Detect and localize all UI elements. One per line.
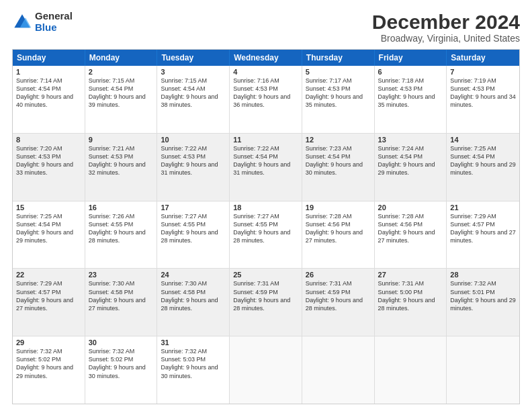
day-number: 12	[306, 136, 371, 144]
day-number: 30	[89, 338, 154, 347]
calendar-cell: 7Sunrise: 7:19 AM Sunset: 4:53 PM Daylig…	[447, 66, 519, 133]
calendar-cell: 3Sunrise: 7:15 AM Sunset: 4:54 AM Daylig…	[157, 66, 230, 133]
day-number: 10	[161, 136, 226, 144]
day-number: 27	[378, 271, 443, 279]
day-number: 5	[306, 68, 371, 76]
day-number: 1	[16, 68, 81, 76]
calendar-header-cell: Sunday	[13, 50, 85, 66]
calendar-cell: 11Sunrise: 7:22 AM Sunset: 4:54 PM Dayli…	[230, 134, 302, 201]
calendar-cell: 4Sunrise: 7:16 AM Sunset: 4:53 PM Daylig…	[230, 66, 302, 133]
day-number: 23	[89, 271, 154, 279]
cell-text: Sunrise: 7:25 AM Sunset: 4:54 PM Dayligh…	[450, 144, 516, 177]
calendar-cell: 28Sunrise: 7:32 AM Sunset: 5:01 PM Dayli…	[447, 269, 519, 336]
cell-text: Sunrise: 7:27 AM Sunset: 4:55 PM Dayligh…	[233, 212, 298, 245]
cell-text: Sunrise: 7:28 AM Sunset: 4:56 PM Dayligh…	[378, 212, 443, 245]
calendar-cell: 21Sunrise: 7:29 AM Sunset: 4:57 PM Dayli…	[447, 201, 519, 269]
day-number: 16	[89, 203, 154, 212]
cell-text: Sunrise: 7:23 AM Sunset: 4:54 PM Dayligh…	[306, 144, 371, 177]
cell-text: Sunrise: 7:21 AM Sunset: 4:53 PM Dayligh…	[89, 144, 154, 177]
calendar-body: 1Sunrise: 7:14 AM Sunset: 4:54 PM Daylig…	[13, 66, 519, 404]
calendar-cell: 12Sunrise: 7:23 AM Sunset: 4:54 PM Dayli…	[302, 134, 375, 201]
calendar-cell: 24Sunrise: 7:30 AM Sunset: 4:58 PM Dayli…	[157, 269, 230, 336]
calendar-cell	[375, 336, 447, 404]
calendar-row: 15Sunrise: 7:25 AM Sunset: 4:54 PM Dayli…	[13, 201, 519, 269]
calendar-cell: 25Sunrise: 7:31 AM Sunset: 4:59 PM Dayli…	[230, 269, 302, 336]
calendar-header-cell: Wednesday	[230, 50, 302, 66]
day-number: 8	[16, 136, 81, 144]
cell-text: Sunrise: 7:27 AM Sunset: 4:55 PM Dayligh…	[161, 212, 226, 245]
calendar-cell: 23Sunrise: 7:30 AM Sunset: 4:58 PM Dayli…	[85, 269, 158, 336]
calendar-cell: 13Sunrise: 7:24 AM Sunset: 4:54 PM Dayli…	[375, 134, 447, 201]
calendar-cell: 8Sunrise: 7:20 AM Sunset: 4:53 PM Daylig…	[13, 134, 85, 201]
logo: General Blue	[12, 11, 73, 33]
calendar-cell: 2Sunrise: 7:15 AM Sunset: 4:54 PM Daylig…	[85, 66, 158, 133]
calendar-row: 8Sunrise: 7:20 AM Sunset: 4:53 PM Daylig…	[13, 134, 519, 201]
day-number: 29	[16, 338, 81, 347]
cell-text: Sunrise: 7:22 AM Sunset: 4:54 PM Dayligh…	[233, 144, 298, 177]
cell-text: Sunrise: 7:32 AM Sunset: 5:01 PM Dayligh…	[450, 279, 516, 312]
cell-text: Sunrise: 7:30 AM Sunset: 4:58 PM Dayligh…	[89, 279, 154, 312]
calendar-cell: 14Sunrise: 7:25 AM Sunset: 4:54 PM Dayli…	[447, 134, 519, 201]
day-number: 15	[16, 203, 81, 212]
calendar-cell: 5Sunrise: 7:17 AM Sunset: 4:53 PM Daylig…	[302, 66, 375, 133]
cell-text: Sunrise: 7:29 AM Sunset: 4:57 PM Dayligh…	[16, 279, 81, 312]
page: General Blue December 2024 Broadway, Vir…	[0, 0, 532, 411]
calendar-row: 22Sunrise: 7:29 AM Sunset: 4:57 PM Dayli…	[13, 269, 519, 336]
day-number: 24	[161, 271, 226, 279]
calendar-header-cell: Saturday	[447, 50, 519, 66]
calendar-header-cell: Friday	[375, 50, 447, 66]
calendar-cell: 20Sunrise: 7:28 AM Sunset: 4:56 PM Dayli…	[375, 201, 447, 269]
day-number: 18	[233, 203, 298, 212]
calendar-header: SundayMondayTuesdayWednesdayThursdayFrid…	[13, 50, 519, 66]
day-number: 7	[450, 68, 516, 76]
day-number: 6	[378, 68, 443, 76]
day-number: 11	[233, 136, 298, 144]
calendar-row: 29Sunrise: 7:32 AM Sunset: 5:02 PM Dayli…	[13, 336, 519, 404]
cell-text: Sunrise: 7:24 AM Sunset: 4:54 PM Dayligh…	[378, 144, 443, 177]
cell-text: Sunrise: 7:25 AM Sunset: 4:54 PM Dayligh…	[16, 212, 81, 245]
calendar-cell: 29Sunrise: 7:32 AM Sunset: 5:02 PM Dayli…	[13, 336, 85, 404]
cell-text: Sunrise: 7:14 AM Sunset: 4:54 PM Dayligh…	[16, 77, 81, 109]
cell-text: Sunrise: 7:26 AM Sunset: 4:55 PM Dayligh…	[89, 212, 154, 245]
day-number: 17	[161, 203, 226, 212]
calendar-cell	[302, 336, 375, 404]
cell-text: Sunrise: 7:29 AM Sunset: 4:57 PM Dayligh…	[450, 212, 516, 245]
day-number: 31	[161, 338, 226, 347]
day-number: 28	[450, 271, 516, 279]
day-number: 20	[378, 203, 443, 212]
day-number: 22	[16, 271, 81, 279]
logo-text: General Blue	[35, 11, 73, 33]
cell-text: Sunrise: 7:16 AM Sunset: 4:53 PM Dayligh…	[233, 77, 298, 109]
cell-text: Sunrise: 7:31 AM Sunset: 4:59 PM Dayligh…	[306, 279, 371, 312]
calendar-cell: 26Sunrise: 7:31 AM Sunset: 4:59 PM Dayli…	[302, 269, 375, 336]
cell-text: Sunrise: 7:32 AM Sunset: 5:02 PM Dayligh…	[16, 347, 81, 380]
cell-text: Sunrise: 7:30 AM Sunset: 4:58 PM Dayligh…	[161, 279, 226, 312]
cell-text: Sunrise: 7:32 AM Sunset: 5:02 PM Dayligh…	[89, 347, 154, 380]
calendar-cell: 27Sunrise: 7:31 AM Sunset: 5:00 PM Dayli…	[375, 269, 447, 336]
calendar-cell	[230, 336, 302, 404]
subtitle: Broadway, Virginia, United States	[372, 33, 520, 44]
calendar: SundayMondayTuesdayWednesdayThursdayFrid…	[12, 49, 520, 404]
cell-text: Sunrise: 7:17 AM Sunset: 4:53 PM Dayligh…	[306, 77, 371, 109]
title-block: December 2024 Broadway, Virginia, United…	[372, 11, 520, 44]
calendar-cell: 30Sunrise: 7:32 AM Sunset: 5:02 PM Dayli…	[85, 336, 158, 404]
day-number: 25	[233, 271, 298, 279]
calendar-cell: 22Sunrise: 7:29 AM Sunset: 4:57 PM Dayli…	[13, 269, 85, 336]
cell-text: Sunrise: 7:19 AM Sunset: 4:53 PM Dayligh…	[450, 77, 516, 109]
calendar-cell: 19Sunrise: 7:28 AM Sunset: 4:56 PM Dayli…	[302, 201, 375, 269]
calendar-cell: 9Sunrise: 7:21 AM Sunset: 4:53 PM Daylig…	[85, 134, 158, 201]
main-title: December 2024	[372, 11, 520, 33]
calendar-header-cell: Tuesday	[157, 50, 230, 66]
header: General Blue December 2024 Broadway, Vir…	[12, 11, 520, 44]
day-number: 26	[306, 271, 371, 279]
day-number: 9	[89, 136, 154, 144]
logo-icon	[12, 12, 32, 32]
day-number: 14	[450, 136, 516, 144]
day-number: 13	[378, 136, 443, 144]
calendar-cell: 17Sunrise: 7:27 AM Sunset: 4:55 PM Dayli…	[157, 201, 230, 269]
calendar-cell: 10Sunrise: 7:22 AM Sunset: 4:53 PM Dayli…	[157, 134, 230, 201]
cell-text: Sunrise: 7:15 AM Sunset: 4:54 PM Dayligh…	[89, 77, 154, 109]
day-number: 21	[450, 203, 516, 212]
calendar-cell: 31Sunrise: 7:32 AM Sunset: 5:03 PM Dayli…	[157, 336, 230, 404]
day-number: 2	[89, 68, 154, 76]
